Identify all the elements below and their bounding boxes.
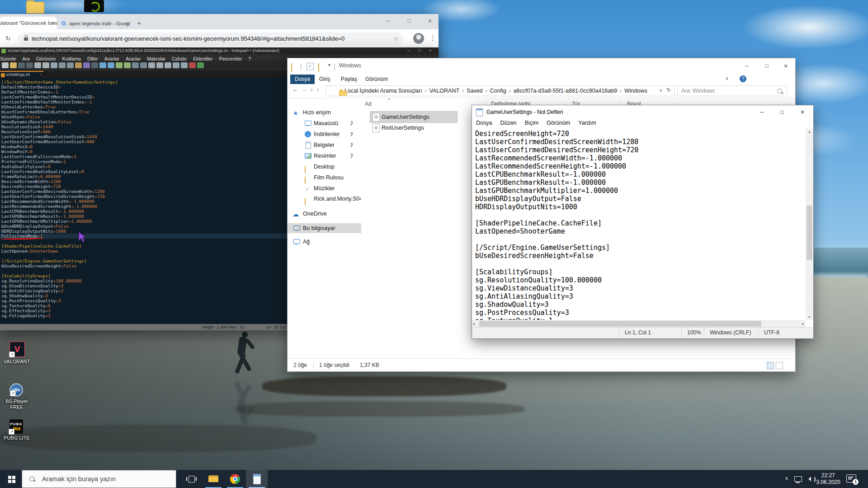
browser-tab-active[interactable]: Valorant "Görünecek İsmi Seç × — [0, 17, 57, 29]
menu-item[interactable]: Dosya — [472, 119, 496, 127]
menu-item[interactable]: Kodlama — [59, 56, 84, 61]
tab-close-icon[interactable]: × — [126, 18, 128, 29]
breadcrumb-item[interactable]: Config — [490, 88, 506, 94]
breadcrumb-item[interactable]: Windows — [624, 88, 647, 94]
forward-icon[interactable]: → — [301, 86, 307, 93]
shortcut-label[interactable]: VALORANT — [0, 359, 37, 364]
notepad-minimize-button[interactable]: ─ — [751, 105, 772, 119]
breadcrumb-item[interactable]: VALORANT — [429, 88, 459, 94]
notepad-maximize-button[interactable]: □ — [772, 105, 793, 119]
padlock-icon[interactable] — [24, 38, 28, 41]
bookmark-star-icon[interactable]: ☆ — [393, 33, 399, 45]
thumbnail-view-toggle-icon[interactable] — [776, 362, 783, 369]
scroll-right-icon[interactable]: ▸ — [802, 322, 804, 326]
refresh-icon[interactable]: ↻ — [666, 87, 671, 93]
ribbon-tab-gorunum[interactable]: Görünüm — [361, 75, 392, 84]
notepad-editor[interactable]: DesiredScreenHeight=720LastUserConfirmed… — [472, 129, 806, 320]
browser-tab[interactable]: G apex legends indir - Google'da A × — [59, 18, 130, 29]
profile-avatar[interactable] — [413, 33, 424, 44]
shortcut-label[interactable]: BS.Player — [0, 399, 37, 404]
ribbon-collapse-chevron-icon[interactable]: ∨ — [725, 75, 729, 81]
menu-item[interactable]: Yardım — [574, 119, 600, 127]
scroll-up-icon[interactable]: ▴ — [806, 130, 813, 134]
explorer-maximize-button[interactable]: □ — [756, 58, 777, 74]
url-text[interactable]: technopat.net/sosyal/konu/valorant-goeru… — [32, 33, 389, 45]
details-view-toggle-icon[interactable] — [767, 362, 774, 369]
horizontal-scrollbar[interactable]: ◂ ▸ — [472, 320, 806, 328]
hscroll-thumb[interactable] — [479, 321, 761, 327]
menu-item[interactable]: Diller — [84, 56, 101, 61]
tab-close-icon[interactable]: × — [52, 17, 54, 29]
taskbar-explorer-button[interactable] — [203, 470, 224, 488]
menu-item[interactable]: Eklentiler — [190, 56, 216, 61]
taskbar-notepad-button[interactable] — [246, 470, 268, 488]
shortcut-label[interactable]: PUBG LITE — [0, 435, 37, 441]
menu-item[interactable]: Makrolar — [144, 56, 169, 61]
file-row-gameusersettings[interactable]: ⚙ GameUserSettings — [370, 112, 457, 122]
sidebar-item-desktop[interactable]: Masaüstü — [288, 118, 361, 128]
sidebar-item-pictures[interactable]: Resimler — [288, 151, 361, 161]
menu-item[interactable]: Biçim — [521, 119, 543, 127]
qat-properties-icon[interactable]: ✓ — [307, 63, 314, 70]
notepadpp-close-button[interactable]: × — [425, 47, 435, 54]
help-icon[interactable]: ? — [740, 75, 746, 82]
menu-item[interactable]: Pencereler — [216, 56, 245, 61]
sidebar-item-this-pc[interactable]: Bu bilgisayar — [288, 223, 361, 233]
browser-menu-icon[interactable]: ⋮ — [429, 34, 436, 42]
notepadpp-maximize-button[interactable]: □ — [415, 47, 425, 54]
start-button[interactable] — [0, 470, 22, 488]
taskbar-chrome-button[interactable] — [224, 470, 246, 488]
notepadpp-titlebar[interactable]: s\User\AppData\Local\VALORANT\Saved\Conf… — [0, 47, 439, 54]
sidebar-item-quick-access[interactable]: ★ Hızlı erişim — [288, 108, 361, 117]
menu-item[interactable]: Görünüm — [542, 119, 574, 127]
taskbar-clock[interactable]: 22:27 3.06.2020 — [812, 472, 844, 486]
browser-maximize-button[interactable]: □ — [399, 14, 420, 28]
scroll-down-icon[interactable]: ▾ — [806, 315, 813, 319]
browser-close-button[interactable]: × — [420, 14, 440, 28]
breadcrumb-item[interactable]: Local İçindeki Arama Sonuçları — [344, 88, 422, 94]
desktop-folder-icon[interactable] — [26, 2, 44, 14]
menu-item[interactable]: Araçlar — [123, 56, 144, 61]
nvidia-icon[interactable] — [84, 0, 104, 12]
sidebar-item-documents[interactable]: Belgeler — [288, 140, 361, 150]
ribbon-tab-giris[interactable]: Giriş — [315, 75, 335, 84]
vertical-scrollbar[interactable]: ▴ ▾ — [806, 129, 813, 320]
explorer-search-input[interactable]: Ara: Windows — [677, 85, 787, 96]
reload-icon[interactable]: ↻ — [5, 35, 11, 42]
address-bar[interactable]: technopat.net/sosyal/konu/valorant-goeru… — [18, 33, 403, 45]
back-icon[interactable]: ← — [292, 86, 298, 93]
notepadpp-document-tab[interactable]: erSettings.ini × — [0, 71, 43, 77]
breadcrumb-item[interactable]: a6ccf07a-d3a8-55f1-a881-0cc90a416ab9 — [514, 88, 617, 94]
menu-item[interactable]: Görünüm — [33, 56, 59, 61]
scroll-left-icon[interactable]: ◂ — [473, 322, 475, 326]
vscroll-thumb[interactable] — [807, 206, 812, 260]
explorer-titlebar[interactable]: | ✓ ▾ | Windows ─ □ × — [288, 58, 795, 75]
file-row-riotusersettings[interactable]: ⚙ RiotUserSettings — [370, 122, 457, 133]
browser-minimize-button[interactable]: ─ — [378, 14, 399, 28]
menu-item[interactable]: Çalıştır — [169, 56, 190, 61]
notepad-close-button[interactable]: × — [792, 105, 813, 119]
taskbar-search-input[interactable]: Aramak için buraya yazın — [22, 470, 176, 488]
shortcut-label[interactable]: FREE — [0, 404, 37, 410]
tab-close-icon[interactable]: × — [40, 72, 42, 78]
up-icon[interactable]: ↑ — [316, 86, 320, 93]
bsplayer-shortcut-icon[interactable]: ▸BS ↗ — [9, 383, 23, 397]
ribbon-tab-dosya[interactable]: Dosya — [290, 75, 315, 84]
pubg-lite-shortcut-icon[interactable]: PUBG LITE ↗ — [9, 419, 23, 434]
explorer-close-button[interactable]: × — [775, 58, 796, 74]
notepadpp-minimize-button[interactable]: ─ — [404, 47, 414, 54]
column-header-name[interactable]: Ad — [365, 101, 372, 107]
tray-expand-chevron-icon[interactable]: ∧ — [785, 475, 788, 481]
notepad-titlebar[interactable]: GameUserSettings - Not Defteri ─ □ × — [472, 105, 813, 119]
sidebar-item-desktop-folder[interactable]: Desktop — [288, 162, 361, 172]
address-dropdown-chevron-icon[interactable]: ∨ — [659, 88, 662, 93]
valorant-shortcut-icon[interactable]: V ↗ — [9, 342, 25, 357]
sidebar-item-onedrive[interactable]: ☁ OneDrive — [288, 209, 361, 219]
qat-customize-chevron-icon[interactable]: ▾ — [328, 62, 330, 67]
new-tab-button[interactable]: + — [135, 19, 144, 28]
menu-item[interactable]: Ara — [19, 56, 33, 61]
menu-item[interactable]: Ayarlar — [101, 56, 123, 61]
recent-locations-chevron-icon[interactable]: ∨ — [310, 88, 313, 92]
explorer-minimize-button[interactable]: ─ — [736, 58, 757, 74]
breadcrumb[interactable]: Local İçindeki Arama Sonuçları›VALORANT›… — [326, 85, 675, 96]
